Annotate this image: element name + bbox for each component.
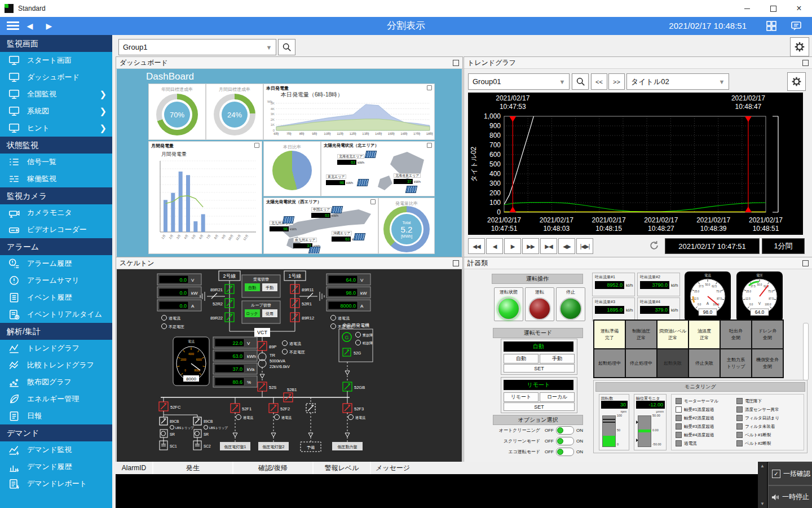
sidebar-item-0-0[interactable]: スタート画面 (0, 52, 112, 69)
print-icon[interactable] (427, 143, 432, 148)
alarm-column-2[interactable]: 確認/復帰 (233, 462, 314, 474)
sidebar-item-2-1[interactable]: ビデオレコーダー (0, 221, 112, 238)
svg-text:11時: 11時 (337, 132, 343, 135)
toggle-switch-2[interactable] (556, 448, 574, 456)
settings-button[interactable] (790, 37, 809, 56)
sidebar-item-0-1[interactable]: ダッシュボード (0, 69, 112, 86)
sidebar-item-3-0[interactable]: アラーム履歴 (0, 255, 112, 272)
sidebar-item-2-0[interactable]: カメラモニタ (0, 204, 112, 221)
local-button[interactable]: ローカル (540, 392, 575, 402)
trend-chart[interactable]: 01002003004005006007008009001,000タイトル022… (468, 93, 803, 235)
transport-button-4[interactable]: ▶◀ (540, 238, 557, 254)
alarm-column-0[interactable]: AlarmID (116, 462, 153, 474)
maximize-icon[interactable] (453, 260, 459, 266)
trend-group-value: Group01 (469, 74, 555, 89)
maximize-icon[interactable] (453, 60, 459, 66)
transport-button-2[interactable]: ▶ (504, 238, 521, 254)
toggle-switch-0[interactable] (556, 426, 574, 435)
scroll-up-icon[interactable]: ▲ (758, 463, 767, 468)
sidebar-item-1-1[interactable]: 稼働監視 (0, 170, 112, 187)
search-icon (576, 77, 585, 86)
operation-button-1[interactable] (528, 297, 551, 320)
set-button[interactable]: SET (504, 402, 575, 411)
alarm-column-4[interactable]: メッセージ (371, 462, 758, 474)
svg-text:手動: 手動 (266, 286, 273, 290)
sidebar-item-0-2[interactable]: 全国監視❯ (0, 86, 112, 103)
sidebar-item-4-2[interactable]: 散布図グラフ (0, 374, 112, 391)
sidebar-item-3-2[interactable]: イベント履歴 (0, 289, 112, 306)
svg-text:9時: 9時 (312, 132, 317, 135)
sidebar-item-5-1[interactable]: デマンド履歴 (0, 458, 112, 475)
transport-button-6[interactable]: |◀▶| (576, 238, 593, 254)
svg-text:7時: 7時 (286, 132, 292, 135)
sidebar-item-4-0[interactable]: トレンドグラフ (0, 340, 112, 357)
sidebar-item-5-0[interactable]: デマンド監視 (0, 441, 112, 458)
sidebar-item-4-1[interactable]: 比較トレンドグラフ (0, 357, 112, 374)
sidebar-item-3-1[interactable]: アラームサマリ (0, 272, 112, 289)
sidebar-item-4-3[interactable]: エネルギー管理 (0, 391, 112, 408)
alarm-table-body[interactable] (116, 474, 758, 508)
sidebar-item-0-4[interactable]: ヒント❯ (0, 120, 112, 137)
print-icon[interactable] (370, 199, 376, 204)
transport-button-5[interactable]: ◀▶ (558, 238, 575, 254)
alarm-scrollbar[interactable]: ▲ ▼ (758, 462, 767, 508)
trend-search-button[interactable] (572, 73, 589, 90)
svg-text:1月: 1月 (161, 234, 167, 240)
manual-button[interactable]: 手動 (540, 354, 575, 364)
pause-button[interactable]: 一時停止 (768, 485, 812, 508)
message-icon[interactable] (791, 20, 802, 32)
operation-button-2[interactable] (559, 297, 582, 320)
svg-text:9月: 9月 (221, 234, 227, 240)
trend-range-display[interactable]: 1分間 (762, 238, 805, 254)
dashboard-content: DashBoard 年間目標達成率 70% 月間目標達成率 24% 本日発電量 … (117, 69, 462, 257)
alarm-column-1[interactable]: 発生 (153, 462, 233, 474)
maximize-icon[interactable] (802, 260, 809, 266)
trend-prev-button[interactable]: << (591, 73, 607, 90)
chevron-right-icon: ❯ (99, 123, 107, 133)
trend-group-select[interactable]: Group01 ▼ (468, 73, 570, 90)
set-button[interactable]: SET (504, 364, 575, 373)
sidebar-item-3-3[interactable]: イベントリアルタイム (0, 306, 112, 323)
print-icon[interactable] (254, 143, 259, 148)
svg-text:V: V (247, 341, 250, 346)
svg-text:13時: 13時 (362, 132, 369, 135)
sidebar-item-4-4[interactable]: 日報 (0, 408, 112, 424)
shaft-slider[interactable] (638, 415, 651, 447)
svg-text:kW: kW (191, 291, 198, 296)
maximize-icon[interactable] (802, 60, 809, 66)
sidebar-item-5-2[interactable]: デマンドレポート (0, 475, 112, 492)
close-button[interactable]: × (786, 0, 812, 17)
trend-datetime-display[interactable]: 2021/02/17 10:47:51 (665, 238, 760, 254)
svg-text:2021/02/17: 2021/02/17 (749, 216, 783, 224)
transport-button-0[interactable]: ◀◀ (468, 238, 485, 254)
trend-title-select[interactable]: タイトル02 ▼ (626, 73, 729, 90)
instruments-content: 運転操作 運転状態運転停止 吐出流量#18952.0kl/h吐出流量#23790… (465, 269, 811, 462)
scroll-down-icon[interactable]: ▼ (758, 501, 767, 506)
scrollbar-thumb[interactable] (803, 323, 809, 380)
generation-ratio-card: 発電量比率 Total 5.2 [MWh] (378, 198, 435, 254)
rotation-unit: rpm (621, 410, 626, 413)
print-icon[interactable] (427, 85, 432, 90)
transport-button-1[interactable]: ◀ (486, 238, 503, 254)
group-select-value: Group1 (119, 40, 262, 55)
remote-button[interactable]: リモート (504, 392, 539, 402)
transport-button-3[interactable]: ▶▶ (522, 238, 539, 254)
indicator-フィルタ未装着: フィルタ未装着 (736, 423, 775, 430)
maximize-button[interactable] (760, 0, 786, 17)
refresh-button[interactable] (646, 238, 662, 253)
auto-button[interactable]: 自動 (504, 354, 539, 364)
trend-settings-button[interactable] (787, 72, 806, 91)
group-select[interactable]: Group1 ▼ (118, 39, 276, 55)
solar-panel-icon (357, 179, 369, 186)
search-button[interactable] (278, 39, 295, 55)
sidebar-item-0-3[interactable]: 系統図❯ (0, 103, 112, 120)
layout-grid-icon[interactable] (766, 20, 777, 32)
toggle-switch-1[interactable] (556, 437, 574, 445)
trend-next-button[interactable]: >> (608, 73, 625, 90)
confirm-all-button[interactable]: ✓ 一括確認 (768, 462, 812, 485)
operation-button-0[interactable] (497, 297, 520, 320)
sidebar-item-1-0[interactable]: 信号一覧 (0, 154, 112, 170)
alarm-column-3[interactable]: 警報レベル (314, 462, 371, 474)
svg-text:予備: 予備 (307, 445, 315, 450)
minimize-button[interactable] (734, 0, 760, 17)
